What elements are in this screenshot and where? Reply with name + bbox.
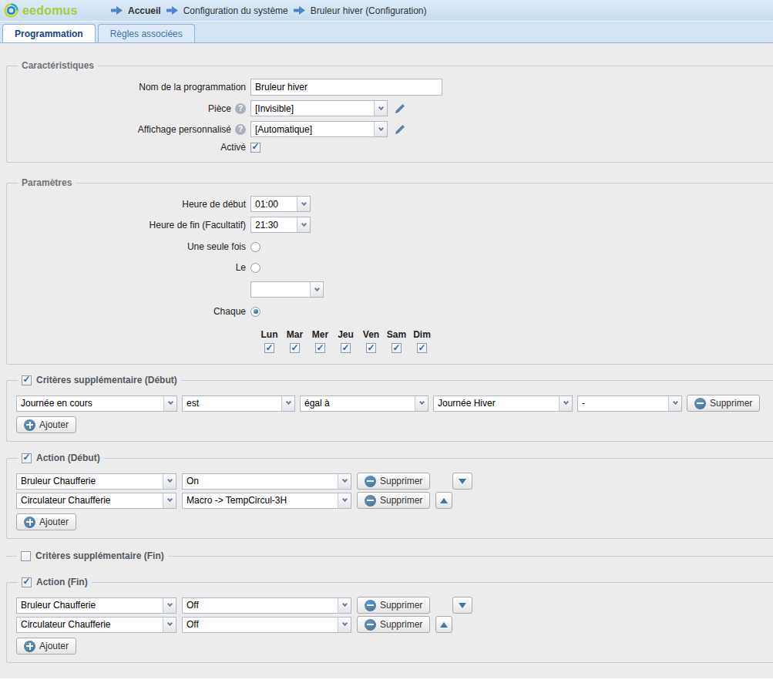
- action-start-checkbox[interactable]: [22, 453, 32, 463]
- enabled-label: Activé: [16, 142, 246, 153]
- action-row: Bruleur Chaufferie Off Supprimer: [16, 597, 773, 614]
- day-checkbox-mer[interactable]: [315, 343, 325, 353]
- eedomus-logo[interactable]: eedomus: [4, 3, 100, 18]
- on-date-radio[interactable]: [250, 263, 260, 273]
- action-value-select[interactable]: Off: [182, 597, 351, 614]
- custom-display-label: Affichage personnalisé ?: [16, 124, 246, 135]
- room-select[interactable]: [Invisible]: [250, 100, 388, 116]
- characteristics-legend: Caractéristiques: [18, 60, 98, 71]
- end-time-label: Heure de fin (Facultatif): [16, 220, 246, 231]
- dropdown-trigger-icon: [297, 197, 310, 211]
- edit-room-button[interactable]: [394, 103, 406, 115]
- day-checkbox-sam[interactable]: [392, 343, 402, 353]
- delete-criteria-button[interactable]: Supprimer: [687, 395, 760, 412]
- tab-bar: Programmation Règles associées: [0, 21, 773, 43]
- help-icon[interactable]: ?: [235, 124, 246, 135]
- criteria-start-legend: Critères supplémentaire (Début): [36, 375, 177, 385]
- criteria-end-checkbox[interactable]: [21, 551, 31, 561]
- once-radio[interactable]: [250, 242, 260, 252]
- weekday-selector: Lun Mar Mer Jeu: [257, 329, 435, 353]
- every-radio[interactable]: [250, 307, 260, 317]
- delete-action-button[interactable]: Supprimer: [357, 473, 430, 490]
- dropdown-trigger-icon: [297, 217, 310, 232]
- criteria-source-select[interactable]: Journée en cours: [16, 395, 177, 412]
- breadcrumb-arrow-icon: [294, 6, 305, 15]
- date-select[interactable]: [250, 281, 324, 298]
- action-end-checkbox[interactable]: [22, 577, 32, 587]
- delete-action-button[interactable]: Supprimer: [357, 616, 430, 633]
- move-down-button[interactable]: [452, 473, 472, 490]
- action-device-select[interactable]: Bruleur Chaufferie: [16, 597, 176, 614]
- day-checkbox-mar[interactable]: [290, 343, 300, 353]
- program-name-input[interactable]: [250, 79, 442, 96]
- move-up-button[interactable]: [435, 492, 452, 509]
- action-value-select[interactable]: Off: [182, 617, 351, 633]
- action-value-select[interactable]: Macro -> TempCircul-3H: [182, 493, 351, 509]
- minus-circle-icon: [694, 398, 706, 409]
- action-device-select[interactable]: Circulateur Chaufferie: [16, 493, 176, 509]
- tab-regles-associees[interactable]: Règles associées: [98, 24, 195, 42]
- breadcrumb-accueil[interactable]: Accueil: [128, 5, 161, 16]
- weekday-mer: Mer: [308, 329, 333, 353]
- parameters-section: Paramètres Heure de début 01:00 Heure de…: [6, 177, 773, 365]
- move-down-button[interactable]: [452, 597, 472, 614]
- day-checkbox-ven[interactable]: [366, 343, 376, 353]
- action-start-section: Action (Début) Bruleur Chaufferie On Sup…: [6, 453, 773, 539]
- weekday-mar: Mar: [282, 329, 308, 353]
- start-time-combo[interactable]: 01:00: [250, 196, 311, 212]
- weekday-dim: Dim: [409, 329, 435, 353]
- main-content: Caractéristiques Nom de la programmation…: [0, 43, 773, 678]
- dropdown-trigger-icon: [338, 474, 351, 489]
- day-checkbox-lun[interactable]: [264, 343, 274, 353]
- dropdown-trigger-icon: [338, 618, 351, 632]
- delete-action-button[interactable]: Supprimer: [357, 492, 430, 509]
- criteria-verb-select[interactable]: est: [182, 395, 295, 412]
- delete-action-button[interactable]: Supprimer: [357, 597, 430, 614]
- breadcrumb-arrow-icon: [111, 6, 123, 15]
- minus-circle-icon: [365, 619, 376, 631]
- room-label: Pièce ?: [16, 103, 246, 114]
- add-criteria-button[interactable]: Ajouter: [16, 416, 76, 433]
- custom-display-select[interactable]: [Automatique]: [250, 121, 388, 137]
- help-icon[interactable]: ?: [235, 103, 246, 114]
- breadcrumb: Accueil Configuration du système Bruleur…: [111, 5, 427, 16]
- plus-circle-icon: [24, 641, 35, 652]
- program-name-label: Nom de la programmation: [16, 82, 246, 93]
- dropdown-trigger-icon: [559, 396, 572, 411]
- weekday-sam: Sam: [384, 329, 409, 353]
- day-checkbox-dim[interactable]: [417, 343, 427, 353]
- end-time-combo[interactable]: 21:30: [250, 217, 311, 233]
- tab-programmation[interactable]: Programmation: [2, 24, 96, 42]
- move-up-button[interactable]: [435, 616, 452, 633]
- weekday-lun: Lun: [257, 329, 282, 353]
- breadcrumb-current-page: Bruleur hiver (Configuration): [311, 5, 427, 16]
- edit-display-button[interactable]: [394, 123, 406, 136]
- eedomus-logo-text: eedomus: [22, 4, 78, 18]
- criteria-value-select[interactable]: Journée Hiver: [433, 395, 573, 412]
- criteria-end-section: Critères supplémentaire (Fin): [6, 550, 773, 566]
- enabled-checkbox[interactable]: [250, 143, 260, 153]
- plus-circle-icon: [24, 517, 35, 528]
- action-end-section: Action (Fin) Bruleur Chaufferie Off Supp…: [6, 577, 773, 663]
- action-row: Circulateur Chaufferie Macro -> TempCirc…: [16, 492, 773, 509]
- action-device-select[interactable]: Bruleur Chaufferie: [16, 473, 176, 490]
- arrow-up-icon: [440, 622, 448, 628]
- action-device-select[interactable]: Circulateur Chaufferie: [16, 617, 176, 633]
- breadcrumb-configuration[interactable]: Configuration du système: [183, 5, 288, 16]
- add-action-button[interactable]: Ajouter: [16, 638, 76, 655]
- criteria-extra-select[interactable]: -: [577, 395, 682, 412]
- minus-circle-icon: [365, 600, 376, 611]
- weekday-ven: Ven: [358, 329, 384, 353]
- criteria-comparator-select[interactable]: égal à: [300, 395, 429, 412]
- dropdown-trigger-icon: [668, 396, 681, 411]
- dropdown-trigger-icon: [338, 598, 351, 613]
- parameters-legend: Paramètres: [18, 177, 76, 188]
- action-start-legend: Action (Début): [36, 453, 100, 463]
- criteria-start-checkbox[interactable]: [22, 375, 32, 385]
- dropdown-trigger-icon: [163, 598, 176, 613]
- dropdown-trigger-icon: [163, 618, 176, 632]
- day-checkbox-jeu[interactable]: [341, 343, 351, 353]
- eedomus-logo-icon: [4, 3, 18, 18]
- add-action-button[interactable]: Ajouter: [16, 513, 76, 530]
- action-value-select[interactable]: On: [182, 473, 351, 490]
